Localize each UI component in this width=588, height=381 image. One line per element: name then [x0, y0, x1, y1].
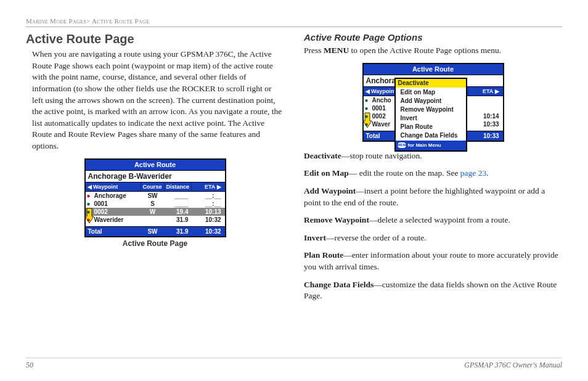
menu-hint: MENU for Main Menu	[396, 141, 466, 150]
table-header: ◀ Waypoint Course Distance ETA ▶	[86, 182, 225, 192]
page-title: Active Route Page	[26, 32, 284, 46]
menu-item-deactivate[interactable]: Deactivate	[396, 79, 466, 88]
menu-item[interactable]: Change Data Fields	[398, 131, 463, 140]
figure-options-menu: Active Route Anchorage B ◀ Waypoint x ic…	[304, 63, 562, 142]
option-description: Plan Route—enter information about your …	[304, 250, 562, 272]
manual-title: GPSMAP 376C Owner's Manual	[464, 361, 562, 370]
menu-item[interactable]: Remove Waypoint	[398, 105, 463, 114]
breadcrumb-section: Marine Mode Pages	[26, 17, 86, 25]
option-description: Change Data Fields—customize the data fi…	[304, 279, 562, 302]
menu-item[interactable]: Edit on Map	[398, 88, 463, 97]
option-description: Invert—reverse the order of a route.	[304, 232, 562, 244]
waypoint-icon: ●	[87, 200, 91, 208]
table-row: ●AnchorageSW______:__	[86, 192, 225, 200]
menu-button-icon: MENU	[398, 142, 406, 148]
waypoint-icon: ●	[87, 192, 91, 200]
menu-item[interactable]: Plan Route	[398, 123, 463, 131]
total-row: Total SW 31.9 10:32	[86, 226, 225, 236]
page-footer: 50 GPSMAP 376C Owner's Manual	[26, 358, 562, 370]
left-column: Active Route Page When you are navigatin…	[26, 32, 284, 308]
table-row: ●0002W19.410:13	[86, 208, 225, 216]
option-description: Remove Waypoint—delete a selected waypoi…	[304, 215, 562, 226]
menu-item[interactable]: Add Waypoint	[398, 97, 463, 105]
device-title: Active Route	[86, 160, 225, 171]
device-screenshot: Active Route Anchorage B-Waverider ◀ Way…	[84, 158, 226, 237]
page-link[interactable]: page 23	[460, 168, 486, 178]
menu-item[interactable]: Invert	[398, 114, 463, 123]
options-intro: Press MENU to open the Active Route Page…	[304, 45, 562, 57]
scroll-left-icon: ◀	[88, 184, 92, 190]
route-name: Anchorage B-Waverider	[86, 171, 225, 182]
table-row: ●Waverider31.910:32	[86, 216, 225, 224]
right-column: Active Route Page Options Press MENU to …	[304, 32, 562, 308]
breadcrumb-page: Active Route Page	[92, 17, 149, 25]
table-row: ●0001S______:__	[86, 200, 225, 208]
options-list: Deactivate—stop route navigation.Edit on…	[304, 150, 562, 302]
breadcrumb: Marine Mode Pages> Active Route Page	[26, 17, 562, 27]
waypoint-icon: ●	[87, 216, 91, 224]
figure-active-route: Active Route Anchorage B-Waverider ◀ Way…	[26, 158, 284, 248]
scroll-right-icon: ▶	[217, 184, 221, 190]
options-heading: Active Route Page Options	[304, 32, 562, 43]
page-number: 50	[26, 361, 33, 370]
option-description: Add Waypoint—insert a point before the h…	[304, 186, 562, 208]
intro-paragraph: When you are navigating a route using yo…	[26, 49, 284, 152]
figure-caption: Active Route Page	[26, 239, 284, 248]
options-popup-menu: Deactivate Edit on MapAdd WaypointRemove…	[394, 78, 467, 152]
device-screenshot-options: Active Route Anchorage B ◀ Waypoint x ic…	[362, 63, 504, 142]
option-description: Deactivate—stop route navigation.	[304, 150, 562, 162]
waypoint-list: ●AnchorageSW______:__●0001S______:__●000…	[86, 192, 225, 226]
waypoint-icon: ●	[87, 208, 91, 216]
option-description: Edit on Map— edit the route on the map. …	[304, 168, 562, 179]
